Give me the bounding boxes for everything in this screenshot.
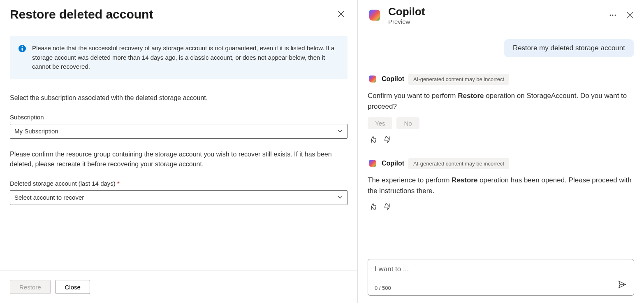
more-icon[interactable]	[606, 9, 619, 22]
account-select[interactable]: Select account to recover	[10, 190, 347, 205]
info-text: Please note that the successful recovery…	[32, 44, 339, 72]
dialog-footer: Restore Close	[0, 270, 357, 303]
copilot-title: Copilot	[388, 6, 600, 18]
copilot-subtitle: Preview	[388, 18, 600, 25]
copilot-name: Copilot	[382, 75, 404, 83]
chevron-down-icon	[337, 128, 343, 135]
send-icon[interactable]	[616, 278, 629, 291]
chat-input[interactable]	[375, 265, 627, 273]
close-button[interactable]: Close	[56, 280, 90, 294]
close-copilot-icon[interactable]	[623, 9, 637, 22]
instruction-subscription: Select the subscription associated with …	[10, 93, 347, 103]
restore-button: Restore	[10, 280, 51, 294]
no-button: No	[396, 117, 419, 129]
required-asterisk: *	[117, 180, 120, 187]
svg-rect-2	[22, 48, 23, 51]
close-icon[interactable]	[334, 7, 347, 21]
yes-button: Yes	[368, 117, 392, 129]
copilot-message-1: Confirm you want to perform Restore oper…	[368, 91, 634, 112]
account-label: Deleted storage account (last 14 days) *	[10, 180, 347, 187]
account-value: Select account to recover	[14, 194, 84, 201]
chat-input-area: 0 / 500	[368, 259, 634, 296]
copilot-response-2: Copilot AI-generated content may be inco…	[368, 158, 634, 212]
thumbs-up-icon[interactable]	[368, 134, 378, 145]
info-icon	[18, 44, 26, 53]
char-count: 0 / 500	[375, 285, 627, 291]
copilot-logo-icon	[367, 7, 382, 23]
copilot-logo-icon	[368, 74, 378, 84]
copilot-response-1: Copilot AI-generated content may be inco…	[368, 74, 634, 145]
ai-disclaimer-badge: AI-generated content may be incorrect	[408, 74, 509, 85]
chevron-down-icon	[337, 194, 343, 201]
chat-area: Restore my deleted storage account Copil…	[365, 31, 637, 256]
user-message: Restore my deleted storage account	[504, 39, 634, 57]
svg-point-4	[612, 15, 614, 16]
copilot-logo-icon	[368, 158, 378, 168]
svg-point-5	[615, 15, 616, 16]
copilot-message-2: The experience to perform Restore operat…	[368, 175, 634, 197]
restore-dialog: Restore deleted account Please note that…	[0, 0, 358, 303]
dialog-title: Restore deleted account	[10, 7, 153, 21]
thumbs-down-icon[interactable]	[382, 134, 393, 145]
subscription-select[interactable]: My Subscription	[10, 124, 347, 139]
ai-disclaimer-badge: AI-generated content may be incorrect	[408, 158, 509, 169]
subscription-label: Subscription	[10, 114, 347, 121]
copilot-panel: Copilot Preview Restore my deleted stora…	[358, 0, 644, 303]
instruction-account: Please confirm the resource group contai…	[10, 149, 347, 169]
info-banner: Please note that the successful recovery…	[10, 36, 347, 79]
thumbs-up-icon[interactable]	[368, 201, 378, 212]
svg-point-1	[22, 46, 23, 47]
thumbs-down-icon[interactable]	[382, 201, 393, 212]
subscription-value: My Subscription	[14, 128, 58, 135]
svg-point-3	[610, 15, 611, 16]
copilot-name: Copilot	[382, 160, 404, 167]
